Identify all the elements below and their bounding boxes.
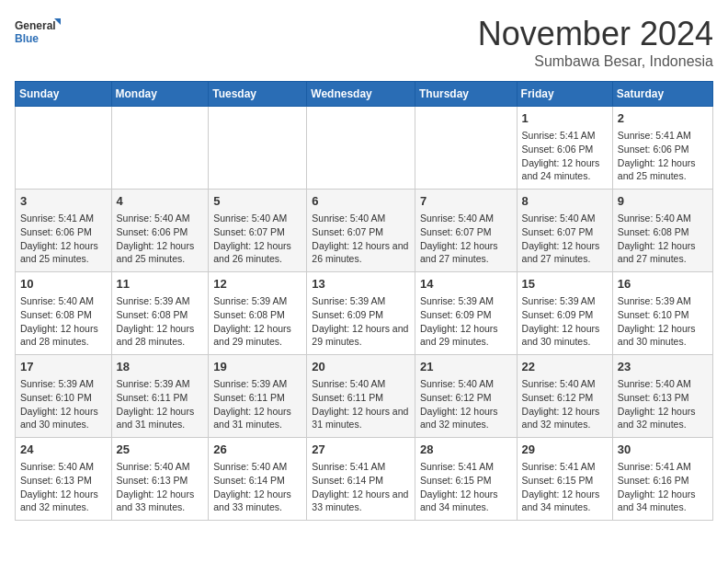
- day-info: Sunrise: 5:40 AM Sunset: 6:07 PM Dayligh…: [213, 212, 301, 266]
- day-info: Sunrise: 5:40 AM Sunset: 6:07 PM Dayligh…: [312, 212, 410, 266]
- day-number: 3: [20, 193, 107, 210]
- day-info: Sunrise: 5:41 AM Sunset: 6:06 PM Dayligh…: [20, 212, 107, 266]
- day-number: 16: [618, 276, 708, 293]
- day-number: 24: [20, 442, 107, 458]
- col-header-monday: Monday: [111, 82, 209, 107]
- calendar-cell: 7Sunrise: 5:40 AM Sunset: 6:07 PM Daylig…: [415, 190, 517, 272]
- day-number: 17: [20, 359, 107, 375]
- col-header-tuesday: Tuesday: [209, 82, 307, 107]
- day-info: Sunrise: 5:41 AM Sunset: 6:06 PM Dayligh…: [618, 129, 708, 183]
- col-header-friday: Friday: [517, 82, 612, 107]
- day-info: Sunrise: 5:41 AM Sunset: 6:15 PM Dayligh…: [420, 460, 512, 514]
- calendar-cell: [415, 107, 517, 190]
- calendar-cell: [209, 107, 307, 190]
- calendar-cell: 21Sunrise: 5:40 AM Sunset: 6:12 PM Dayli…: [415, 355, 517, 438]
- calendar-cell: [111, 107, 209, 190]
- title-block: November 2024 Sumbawa Besar, Indonesia: [478, 15, 713, 70]
- calendar-cell: 5Sunrise: 5:40 AM Sunset: 6:07 PM Daylig…: [209, 190, 307, 272]
- logo: General Blue: [15, 15, 61, 52]
- day-info: Sunrise: 5:41 AM Sunset: 6:16 PM Dayligh…: [618, 460, 708, 514]
- day-info: Sunrise: 5:41 AM Sunset: 6:06 PM Dayligh…: [522, 129, 608, 183]
- svg-text:General: General: [15, 19, 56, 32]
- day-number: 12: [213, 276, 301, 293]
- calendar-cell: 12Sunrise: 5:39 AM Sunset: 6:08 PM Dayli…: [209, 272, 307, 355]
- calendar-cell: 23Sunrise: 5:40 AM Sunset: 6:13 PM Dayli…: [612, 355, 712, 438]
- day-info: Sunrise: 5:39 AM Sunset: 6:09 PM Dayligh…: [522, 294, 608, 349]
- day-number: 20: [312, 359, 410, 375]
- day-number: 25: [117, 442, 204, 458]
- svg-text:Blue: Blue: [15, 32, 39, 45]
- calendar-cell: 26Sunrise: 5:40 AM Sunset: 6:14 PM Dayli…: [209, 438, 307, 521]
- day-info: Sunrise: 5:40 AM Sunset: 6:14 PM Dayligh…: [213, 460, 301, 514]
- day-info: Sunrise: 5:41 AM Sunset: 6:14 PM Dayligh…: [312, 460, 410, 514]
- day-info: Sunrise: 5:40 AM Sunset: 6:13 PM Dayligh…: [117, 460, 204, 514]
- calendar-cell: 15Sunrise: 5:39 AM Sunset: 6:09 PM Dayli…: [517, 272, 612, 355]
- day-info: Sunrise: 5:39 AM Sunset: 6:10 PM Dayligh…: [20, 377, 107, 431]
- day-info: Sunrise: 5:40 AM Sunset: 6:12 PM Dayligh…: [522, 377, 608, 431]
- day-number: 30: [618, 442, 708, 458]
- day-info: Sunrise: 5:39 AM Sunset: 6:09 PM Dayligh…: [420, 294, 512, 349]
- calendar-cell: 9Sunrise: 5:40 AM Sunset: 6:08 PM Daylig…: [612, 190, 712, 272]
- col-header-sunday: Sunday: [16, 82, 112, 107]
- calendar-cell: 17Sunrise: 5:39 AM Sunset: 6:10 PM Dayli…: [16, 355, 112, 438]
- calendar-cell: [307, 107, 415, 190]
- calendar-cell: 18Sunrise: 5:39 AM Sunset: 6:11 PM Dayli…: [111, 355, 209, 438]
- logo-svg: General Blue: [15, 15, 61, 52]
- calendar-cell: 1Sunrise: 5:41 AM Sunset: 6:06 PM Daylig…: [517, 107, 612, 190]
- calendar-cell: 28Sunrise: 5:41 AM Sunset: 6:15 PM Dayli…: [415, 438, 517, 521]
- calendar-cell: 3Sunrise: 5:41 AM Sunset: 6:06 PM Daylig…: [16, 190, 112, 272]
- col-header-thursday: Thursday: [415, 82, 517, 107]
- day-number: 7: [420, 193, 512, 210]
- calendar-cell: 6Sunrise: 5:40 AM Sunset: 6:07 PM Daylig…: [307, 190, 415, 272]
- day-info: Sunrise: 5:40 AM Sunset: 6:11 PM Dayligh…: [312, 377, 410, 431]
- day-info: Sunrise: 5:41 AM Sunset: 6:15 PM Dayligh…: [522, 460, 608, 514]
- day-number: 15: [522, 276, 608, 293]
- calendar-cell: 4Sunrise: 5:40 AM Sunset: 6:06 PM Daylig…: [111, 190, 209, 272]
- calendar-table: SundayMondayTuesdayWednesdayThursdayFrid…: [15, 81, 713, 521]
- calendar-cell: 30Sunrise: 5:41 AM Sunset: 6:16 PM Dayli…: [612, 438, 712, 521]
- day-number: 10: [20, 276, 107, 293]
- page-header: General Blue November 2024 Sumbawa Besar…: [15, 15, 713, 70]
- day-number: 18: [117, 359, 204, 375]
- day-number: 2: [618, 110, 708, 127]
- day-number: 23: [618, 359, 708, 375]
- col-header-saturday: Saturday: [612, 82, 712, 107]
- day-number: 4: [117, 193, 204, 210]
- day-number: 29: [522, 442, 608, 458]
- day-number: 28: [420, 442, 512, 458]
- month-title: November 2024: [478, 15, 713, 53]
- day-number: 8: [522, 193, 608, 210]
- day-number: 21: [420, 359, 512, 375]
- day-number: 14: [420, 276, 512, 293]
- day-info: Sunrise: 5:40 AM Sunset: 6:08 PM Dayligh…: [20, 294, 107, 349]
- day-number: 5: [213, 193, 301, 210]
- calendar-cell: [16, 107, 112, 190]
- day-info: Sunrise: 5:40 AM Sunset: 6:06 PM Dayligh…: [117, 212, 204, 266]
- calendar-cell: 13Sunrise: 5:39 AM Sunset: 6:09 PM Dayli…: [307, 272, 415, 355]
- day-number: 11: [117, 276, 204, 293]
- calendar-cell: 8Sunrise: 5:40 AM Sunset: 6:07 PM Daylig…: [517, 190, 612, 272]
- day-info: Sunrise: 5:39 AM Sunset: 6:10 PM Dayligh…: [618, 294, 708, 349]
- day-info: Sunrise: 5:39 AM Sunset: 6:09 PM Dayligh…: [312, 294, 410, 349]
- calendar-cell: 19Sunrise: 5:39 AM Sunset: 6:11 PM Dayli…: [209, 355, 307, 438]
- day-info: Sunrise: 5:40 AM Sunset: 6:13 PM Dayligh…: [20, 460, 107, 514]
- day-info: Sunrise: 5:40 AM Sunset: 6:07 PM Dayligh…: [522, 212, 608, 266]
- day-number: 9: [618, 193, 708, 210]
- calendar-cell: 10Sunrise: 5:40 AM Sunset: 6:08 PM Dayli…: [16, 272, 112, 355]
- day-number: 1: [522, 110, 608, 127]
- calendar-cell: 29Sunrise: 5:41 AM Sunset: 6:15 PM Dayli…: [517, 438, 612, 521]
- day-number: 27: [312, 442, 410, 458]
- calendar-cell: 24Sunrise: 5:40 AM Sunset: 6:13 PM Dayli…: [16, 438, 112, 521]
- calendar-cell: 25Sunrise: 5:40 AM Sunset: 6:13 PM Dayli…: [111, 438, 209, 521]
- location-subtitle: Sumbawa Besar, Indonesia: [478, 53, 713, 70]
- calendar-cell: 20Sunrise: 5:40 AM Sunset: 6:11 PM Dayli…: [307, 355, 415, 438]
- day-number: 19: [213, 359, 301, 375]
- day-number: 13: [312, 276, 410, 293]
- calendar-cell: 11Sunrise: 5:39 AM Sunset: 6:08 PM Dayli…: [111, 272, 209, 355]
- day-number: 6: [312, 193, 410, 210]
- day-info: Sunrise: 5:39 AM Sunset: 6:11 PM Dayligh…: [213, 377, 301, 431]
- day-info: Sunrise: 5:39 AM Sunset: 6:11 PM Dayligh…: [117, 377, 204, 431]
- calendar-cell: 16Sunrise: 5:39 AM Sunset: 6:10 PM Dayli…: [612, 272, 712, 355]
- day-info: Sunrise: 5:40 AM Sunset: 6:13 PM Dayligh…: [618, 377, 708, 431]
- day-info: Sunrise: 5:39 AM Sunset: 6:08 PM Dayligh…: [117, 294, 204, 349]
